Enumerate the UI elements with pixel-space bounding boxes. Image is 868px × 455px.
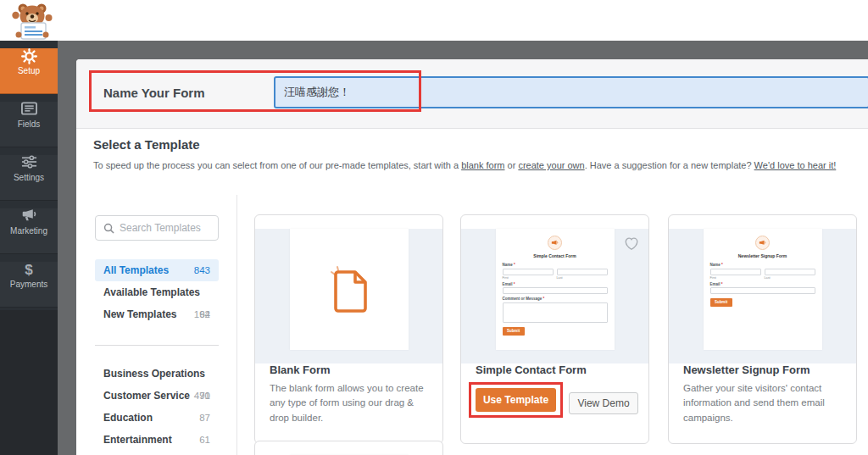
- create-your-own-link[interactable]: create your own: [518, 160, 584, 170]
- sidebar-spacer: [0, 310, 58, 455]
- gear-icon: [21, 48, 37, 64]
- view-demo-button[interactable]: View Demo: [569, 392, 638, 414]
- card-description: Gather your site visitors' contact infor…: [683, 381, 846, 425]
- sidebar-item-label: Fields: [0, 119, 58, 129]
- label-text: Name: [503, 263, 513, 267]
- use-template-button[interactable]: Use Template: [476, 388, 556, 412]
- category-label: Customer Service: [103, 390, 190, 402]
- megaphone-icon: [21, 208, 37, 225]
- category-all-templates[interactable]: All Templates 843: [95, 259, 219, 281]
- wpforms-submark-icon: [755, 236, 770, 250]
- intro-text: . Have a suggestion for a new template?: [585, 160, 754, 170]
- preview-input-last: [557, 269, 608, 275]
- sidebar-item-label: Settings: [0, 173, 58, 182]
- template-card-simple-contact-form[interactable]: Simple Contact Form Name * First Last Em…: [460, 214, 649, 444]
- favorite-heart-icon[interactable]: [624, 236, 639, 252]
- panel-divider: [236, 195, 237, 455]
- template-search: [95, 215, 219, 241]
- setup-panel: Name Your Form Select a Template To spee…: [76, 59, 868, 455]
- label-text: Email: [710, 282, 721, 286]
- category-education[interactable]: Education 87: [95, 407, 219, 429]
- label-text: Name: [710, 263, 721, 267]
- newsletter-form-preview: Newsletter Signup Form Name * First Last…: [704, 229, 822, 350]
- template-preview: [255, 229, 442, 363]
- preview-submit-button: Submit: [503, 327, 525, 336]
- card-description: The blank form allows you to create any …: [270, 381, 432, 425]
- preview-sublabel-last: Last: [765, 276, 815, 280]
- sidebar-item-marketing[interactable]: Marketing: [0, 208, 58, 254]
- category-label: Education: [103, 412, 153, 424]
- preview-form-title: Simple Contact Form: [503, 253, 608, 258]
- category-entertainment[interactable]: Entertainment 61: [95, 429, 219, 451]
- preview-textarea-message: [503, 302, 608, 323]
- required-asterisk: *: [721, 282, 723, 286]
- preview-submit-button: Submit: [710, 298, 732, 307]
- label-text: Comment or Message: [503, 297, 542, 301]
- blank-form-preview: [290, 229, 409, 350]
- dollar-icon: $: [21, 262, 37, 278]
- form-name-input[interactable]: [274, 76, 868, 108]
- card-title: Simple Contact Form: [476, 363, 587, 376]
- category-label: Available Templates: [103, 286, 200, 298]
- preview-form-title: Newsletter Signup Form: [710, 253, 815, 258]
- template-preview: Newsletter Signup Form Name * First Last…: [669, 229, 856, 363]
- form-name-label: Name Your Form: [103, 86, 204, 100]
- preview-sublabel-first: First: [503, 276, 554, 280]
- label-text: Email: [503, 282, 513, 286]
- category-count: 843: [194, 259, 210, 281]
- card-title: Blank Form: [270, 363, 331, 376]
- template-card-blank-form[interactable]: Blank Form The blank form allows you to …: [254, 214, 443, 444]
- preview-sublabel-first: First: [710, 276, 761, 280]
- preview-input-first: [503, 269, 554, 275]
- sidebar-item-settings[interactable]: Settings: [0, 155, 58, 201]
- wpforms-submark-icon: [548, 236, 562, 250]
- template-card-partial[interactable]: [254, 441, 443, 455]
- category-label: All Templates: [103, 264, 169, 276]
- preview-input-email: [710, 287, 815, 294]
- blank-document-icon: [328, 265, 370, 314]
- category-divider: [95, 345, 219, 346]
- category-new-templates[interactable]: New Templates 192: [95, 303, 219, 325]
- intro-text: To speed up the process you can select f…: [93, 160, 461, 170]
- category-customer-service[interactable]: Customer Service 91: [95, 385, 219, 407]
- sidebar-item-label: Marketing: [0, 226, 58, 236]
- intro-text: or: [504, 160, 518, 170]
- category-label: New Templates: [103, 308, 176, 320]
- preview-sublabel-last: Last: [557, 276, 608, 280]
- preview-input-first: [710, 269, 761, 275]
- template-search-input[interactable]: [120, 217, 214, 239]
- category-count: 91: [199, 385, 210, 407]
- template-preview: Simple Contact Form Name * First Last Em…: [461, 229, 648, 363]
- sidebar-item-label: Payments: [0, 280, 58, 289]
- card-title: Newsletter Signup Form: [683, 363, 810, 376]
- sidebar-item-setup[interactable]: Setup: [0, 48, 58, 94]
- suggestion-link[interactable]: We'd love to hear it!: [754, 160, 837, 170]
- required-asterisk: *: [514, 282, 515, 286]
- sidebar-item-fields[interactable]: Fields: [0, 102, 58, 147]
- template-intro-text: To speed up the process you can select f…: [93, 160, 836, 170]
- preview-field-label: Name *: [710, 263, 815, 267]
- category-count: 192: [194, 303, 210, 325]
- preview-field-label: Email *: [503, 282, 608, 286]
- contact-form-preview: Simple Contact Form Name * First Last Em…: [496, 229, 615, 350]
- category-available-templates[interactable]: Available Templates 64: [95, 281, 219, 303]
- sidebar-item-payments[interactable]: $ Payments: [0, 262, 58, 308]
- required-asterisk: *: [514, 263, 515, 267]
- category-label: Business Operations: [103, 368, 205, 380]
- category-count: 61: [199, 429, 210, 451]
- preview-input-last: [765, 269, 815, 275]
- template-card-newsletter-signup-form[interactable]: Newsletter Signup Form Name * First Last…: [668, 214, 857, 444]
- required-asterisk: *: [721, 263, 723, 267]
- builder-sidebar: Setup Fields Settings: [0, 41, 58, 455]
- required-asterisk: *: [543, 297, 545, 301]
- preview-field-label: Name *: [503, 263, 608, 267]
- blank-form-link[interactable]: blank form: [461, 160, 504, 170]
- preview-field-label: Email *: [710, 282, 815, 286]
- category-count: 87: [199, 407, 210, 429]
- category-business-operations[interactable]: Business Operations 470: [95, 363, 219, 385]
- form-fields-icon: [21, 102, 37, 118]
- preview-input-email: [503, 287, 608, 294]
- preview-field-label: Comment or Message *: [503, 297, 608, 301]
- wpforms-bear-logo: [10, 1, 54, 44]
- annotation-box-use-template: Use Template: [469, 382, 563, 418]
